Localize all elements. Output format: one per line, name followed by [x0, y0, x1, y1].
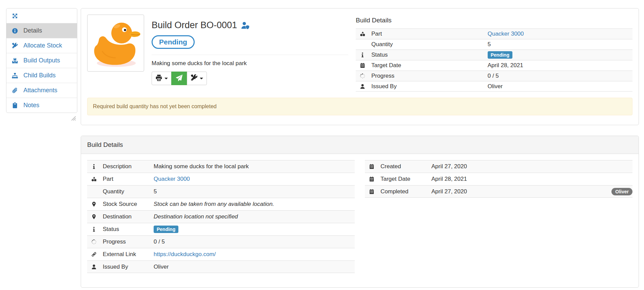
row-label: Completed [380, 188, 431, 195]
row-value: April 28, 2021 [488, 62, 632, 69]
build-order-header-panel: Build Order BO-0001 Pending Making some … [81, 8, 639, 125]
status-badge: Pending [154, 226, 178, 233]
row-value: April 27, 2020 [431, 188, 611, 195]
build-order-page: DetailsAllocate StockBuild OutputsChild … [0, 0, 644, 290]
sitemap-icon [12, 72, 18, 79]
paperclip-icon [12, 87, 18, 94]
calendar-icon [365, 164, 380, 169]
info-icon [356, 52, 371, 58]
table-row: Issued ByOliver [356, 81, 632, 92]
page-title-text: Build Order BO-0001 [152, 20, 237, 31]
divider [152, 55, 348, 55]
row-label: Part [103, 176, 154, 182]
row-label: Part [371, 31, 488, 37]
row-label: Stock Source [103, 201, 154, 208]
table-row: Progress0 / 5 [87, 235, 355, 248]
table-row: External Linkhttps://duckduckgo.com/ [87, 248, 355, 260]
part-thumbnail-image[interactable] [87, 15, 144, 72]
printer-icon [155, 74, 162, 82]
map-marker-icon [87, 214, 103, 219]
sidebar-item-notes[interactable]: Notes [6, 98, 77, 113]
build-details-panel-title: Build Details [87, 141, 632, 149]
row-label: Status [371, 52, 488, 58]
table-row: DestinationDestination location not spec… [87, 210, 355, 223]
table-row: Issued ByOliver [87, 260, 355, 273]
build-details-panel: Build Details DescriptionMaking some duc… [81, 136, 639, 288]
row-label: Status [103, 226, 154, 233]
table-row: PartQuacker 3000 [356, 28, 632, 39]
expand-arrows-icon [12, 13, 18, 19]
info-circle-icon [12, 27, 18, 34]
sidebar-item-attachments[interactable]: Attachments [6, 83, 77, 98]
sidebar-item-label: Allocate Stock [23, 42, 62, 49]
row-value: Quacker 3000 [488, 31, 632, 37]
row-value: Quacker 3000 [154, 176, 355, 182]
warning-alert: Required build quantity has not yet been… [87, 98, 632, 115]
header-title-block: Build Order BO-0001 Pending Making some … [152, 15, 348, 92]
action-toolbar [152, 72, 207, 85]
user-tag-badge: Oliver [611, 188, 632, 195]
row-value: 0 / 5 [488, 73, 632, 79]
sidebar-resize-handle[interactable] [71, 116, 76, 121]
caret-down-icon [200, 78, 203, 79]
row-value: 0 / 5 [154, 238, 355, 245]
row-value: Pending [488, 51, 632, 59]
row-value: April 27, 2020 [431, 163, 632, 170]
send-button[interactable] [171, 72, 187, 85]
table-row: Target DateApril 28, 2021 [356, 60, 632, 71]
table-row: PartQuacker 3000 [87, 173, 355, 185]
row-label: Progress [371, 73, 488, 79]
shapes-icon [356, 31, 371, 37]
row-value: Oliver [488, 83, 632, 90]
clipboard-icon [12, 102, 18, 109]
user-icon [87, 264, 103, 270]
row-label: Created [380, 163, 431, 170]
map-marker-icon [87, 201, 103, 207]
sidebar-item-allocate-stock[interactable]: Allocate Stock [6, 38, 77, 53]
header-row: Build Order BO-0001 Pending Making some … [87, 15, 632, 92]
status-outline-badge: Pending [152, 35, 195, 49]
row-value: Destination location not specified [154, 213, 355, 220]
row-label: Progress [103, 238, 154, 245]
sidebar-item-label: Notes [23, 102, 39, 109]
row-value: Stock can be taken from any available lo… [154, 201, 355, 208]
row-label: Description [103, 163, 154, 170]
build-details-left-table: DescriptionMaking some ducks for the loc… [87, 160, 355, 273]
sidebar-item-build-outputs[interactable]: Build Outputs [6, 53, 77, 68]
row-label: Quantity [371, 41, 488, 48]
row-value: Oliver [154, 264, 355, 270]
table-row: StatusPending [356, 50, 632, 60]
shapes-icon [87, 176, 103, 182]
build-actions-button[interactable] [187, 72, 207, 85]
summary-details-title: Build Details [356, 17, 632, 24]
sidebar-item-label: Build Outputs [23, 57, 60, 64]
sidebar-item-details[interactable]: Details [6, 23, 77, 38]
table-row: DescriptionMaking some ducks for the loc… [87, 160, 355, 173]
row-value-link[interactable]: Quacker 3000 [488, 31, 524, 37]
row-label: Quantity [103, 188, 154, 195]
tools-icon [12, 42, 18, 49]
table-row: Progress0 / 5 [356, 71, 632, 81]
row-value-link[interactable]: https://duckduckgo.com/ [154, 251, 216, 257]
row-value-link[interactable]: Quacker 3000 [154, 176, 190, 182]
print-button[interactable] [152, 72, 172, 85]
calendar-icon [365, 176, 380, 182]
sidebar-expand-button[interactable] [6, 8, 77, 23]
main-content: Build Order BO-0001 Pending Making some … [81, 8, 639, 288]
row-value: Pending [154, 226, 355, 233]
spinner-icon [356, 73, 371, 79]
sidebar-item-label: Details [23, 27, 42, 34]
caret-down-icon [164, 78, 168, 79]
build-details-panel-body: DescriptionMaking some ducks for the loc… [81, 154, 639, 287]
row-value: April 28, 2021 [431, 176, 632, 182]
row-label: Issued By [103, 264, 154, 270]
sidebar-item-label: Attachments [23, 87, 57, 94]
table-row: StatusPending [87, 223, 355, 235]
info-icon [87, 227, 103, 232]
info-icon [87, 164, 103, 169]
table-row: Stock SourceStock can be taken from any … [87, 198, 355, 210]
table-row: Quantity5 [356, 39, 632, 50]
row-label: Destination [103, 213, 154, 220]
sidebar-item-child-builds[interactable]: Child Builds [6, 68, 77, 83]
summary-details-table: PartQuacker 3000Quantity5StatusPendingTa… [356, 28, 632, 92]
